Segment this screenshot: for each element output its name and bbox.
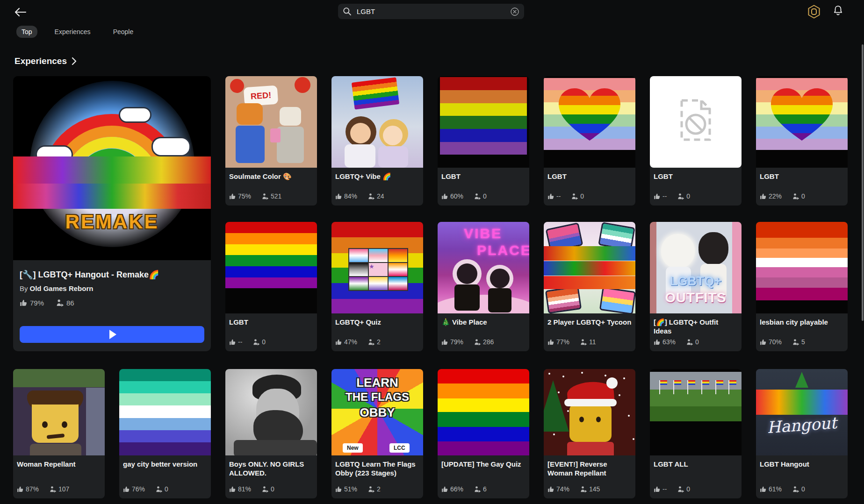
experience-card[interactable]: LGBT -- 0 bbox=[544, 76, 635, 206]
experience-title: 🎄 Vibe Place bbox=[441, 318, 526, 327]
players-value: 0 bbox=[580, 192, 584, 200]
players-value: 145 bbox=[589, 485, 600, 493]
experience-thumbnail[interactable] bbox=[438, 369, 529, 455]
scrollbar[interactable] bbox=[862, 44, 864, 321]
clear-search-icon[interactable] bbox=[510, 7, 519, 16]
experience-thumbnail[interactable]: RED! bbox=[225, 76, 317, 168]
rating-value: 79% bbox=[30, 299, 44, 307]
experience-card[interactable]: LGBTQ+ OUTFITS [🌈] LGBTQ+ Outfit Ideas 6… bbox=[650, 222, 742, 351]
experience-thumbnail[interactable] bbox=[650, 369, 742, 455]
experience-card[interactable]: LGBT -- 0 bbox=[650, 76, 742, 206]
thumbs-up-icon bbox=[17, 486, 24, 493]
players-icon bbox=[792, 339, 799, 346]
experience-title: lesbian city playable bbox=[760, 318, 844, 327]
experience-card[interactable]: VIBE PLACE 🎄 Vibe Place 79% 286 bbox=[438, 222, 529, 351]
experience-thumbnail[interactable] bbox=[650, 76, 742, 168]
experience-card[interactable]: LGBT ALL -- 0 bbox=[650, 369, 742, 498]
experience-thumbnail[interactable]: 2 Player LGBTQ+ Tycoon bbox=[544, 222, 635, 313]
experience-stats: 51% 2 bbox=[335, 485, 419, 493]
experience-thumbnail[interactable]: LGBT Hangout bbox=[756, 369, 848, 455]
experience-stats: -- 0 bbox=[547, 192, 632, 200]
experience-thumbnail[interactable]: VIBE PLACE bbox=[438, 222, 529, 313]
experience-card[interactable]: Woman Repellant 87% 107 bbox=[13, 369, 105, 498]
play-button[interactable] bbox=[20, 326, 204, 343]
experience-card[interactable]: LGBT 22% 0 bbox=[756, 76, 848, 206]
experience-title: LGBT Hangout bbox=[760, 460, 844, 469]
experience-stats: 74% 145 bbox=[547, 485, 632, 493]
experience-stats: 76% 0 bbox=[123, 485, 207, 493]
experience-thumbnail[interactable]: LGBTQ+ OUTFITS bbox=[650, 222, 742, 313]
experience-title: LGBTQ Learn The Flags Obby (223 Stages) bbox=[335, 460, 419, 477]
experience-stats: 61% 0 bbox=[760, 485, 844, 493]
experience-thumbnail[interactable]: ★ bbox=[331, 222, 423, 313]
experience-card[interactable]: ★ LGBTQ+ Quiz 47% 2 bbox=[331, 222, 423, 351]
players-value: 5 bbox=[801, 338, 805, 346]
experience-thumbnail[interactable] bbox=[438, 76, 529, 168]
experience-stats: 75% 521 bbox=[229, 192, 313, 200]
lesbian-flag-art bbox=[545, 286, 582, 313]
experience-title: [🌈] LGBTQ+ Outfit Ideas bbox=[654, 318, 738, 335]
notifications-button[interactable] bbox=[832, 5, 844, 18]
thumbs-up-icon bbox=[760, 339, 767, 346]
players-icon bbox=[368, 193, 375, 200]
thumb-text: Tycoon bbox=[544, 276, 635, 289]
players-icon bbox=[474, 193, 481, 200]
experiences-section-header[interactable]: Experiences bbox=[14, 56, 77, 66]
players-icon bbox=[262, 193, 269, 200]
thumb-text-remake: REMAKE bbox=[13, 211, 211, 233]
thumb-text: OBBY bbox=[331, 405, 423, 420]
experience-thumbnail[interactable]: LEARN THE FLAGS OBBY New LCC bbox=[331, 369, 423, 455]
tab-top[interactable]: Top bbox=[16, 26, 37, 38]
experience-card[interactable]: gay city better version 76% 0 bbox=[119, 369, 211, 498]
players-value: 2 bbox=[377, 485, 381, 493]
experience-title: LGBT ALL bbox=[654, 460, 738, 469]
tab-people[interactable]: People bbox=[108, 26, 139, 38]
experience-card[interactable]: Boys ONLY. NO GIRLS ALLOWED. 81% 0 bbox=[225, 369, 317, 498]
experience-thumbnail[interactable] bbox=[544, 76, 635, 168]
players-icon bbox=[253, 339, 260, 346]
experience-thumbnail[interactable] bbox=[225, 222, 317, 313]
experience-stats: 84% 24 bbox=[335, 192, 419, 200]
experience-card[interactable]: LGBT Hangout LGBT Hangout 61% 0 bbox=[756, 369, 848, 498]
premium-button[interactable] bbox=[807, 5, 821, 19]
experience-title: [UPDATE] The Gay Quiz bbox=[441, 460, 526, 469]
experience-thumbnail[interactable] bbox=[756, 222, 848, 313]
author-name[interactable]: Old Games Reborn bbox=[30, 284, 94, 292]
experience-card[interactable]: LGBTQ+ Vibe 🌈 84% 24 bbox=[331, 76, 423, 206]
experience-title: Woman Repellant bbox=[17, 460, 101, 469]
experience-card[interactable]: 2 Player LGBTQ+ Tycoon 2 Player LGBTQ+ T… bbox=[544, 222, 635, 351]
back-button[interactable] bbox=[13, 6, 29, 19]
experience-card[interactable]: RED! Soulmate Color 🎨 75% 521 bbox=[225, 76, 317, 206]
players-icon bbox=[686, 339, 693, 346]
experience-card[interactable]: LGBT 60% 0 bbox=[438, 76, 529, 206]
experience-thumbnail[interactable] bbox=[119, 369, 211, 455]
featured-thumbnail[interactable]: LGBTQ HANGOUT REMAKE bbox=[13, 76, 211, 260]
experience-card[interactable]: [EVENT!] Reverse Woman Repellant 74% 145 bbox=[544, 369, 635, 498]
players-value: 107 bbox=[58, 485, 69, 493]
experience-stats: 60% 0 bbox=[441, 192, 526, 200]
players-icon bbox=[677, 486, 684, 493]
rainbow-heart-art bbox=[544, 78, 635, 150]
experience-stats: 77% 11 bbox=[547, 338, 632, 346]
featured-stats: 79% 86 bbox=[20, 299, 204, 307]
featured-author-line: ByOld Games Reborn bbox=[20, 284, 204, 292]
rating-value: 47% bbox=[344, 338, 357, 346]
experience-card[interactable]: LEARN THE FLAGS OBBY New LCC LGBTQ Learn… bbox=[331, 369, 423, 498]
experience-thumbnail[interactable] bbox=[544, 369, 635, 455]
experience-card[interactable]: [UPDATE] The Gay Quiz 66% 6 bbox=[438, 369, 529, 498]
experience-thumbnail[interactable] bbox=[331, 76, 423, 168]
experience-card[interactable]: LGBT -- 0 bbox=[225, 222, 317, 351]
experience-card[interactable]: lesbian city playable 70% 5 bbox=[756, 222, 848, 351]
search-bar[interactable] bbox=[338, 4, 524, 19]
results-row-1: RED! Soulmate Color 🎨 75% 521 LGBTQ+ Vib… bbox=[225, 76, 848, 206]
rainbow-flag-art bbox=[438, 369, 529, 455]
tab-experiences[interactable]: Experiences bbox=[50, 26, 96, 38]
experience-thumbnail[interactable] bbox=[225, 369, 317, 455]
search-input[interactable] bbox=[356, 7, 506, 16]
featured-experience-card[interactable]: LGBTQ HANGOUT REMAKE [🔧] LGBTQ+ Hangout … bbox=[13, 76, 211, 351]
lesbian-flag-art bbox=[756, 222, 848, 300]
players-value: 0 bbox=[165, 485, 168, 493]
experience-thumbnail[interactable] bbox=[756, 76, 848, 168]
players-value: 0 bbox=[801, 192, 805, 200]
experience-thumbnail[interactable] bbox=[13, 369, 105, 455]
